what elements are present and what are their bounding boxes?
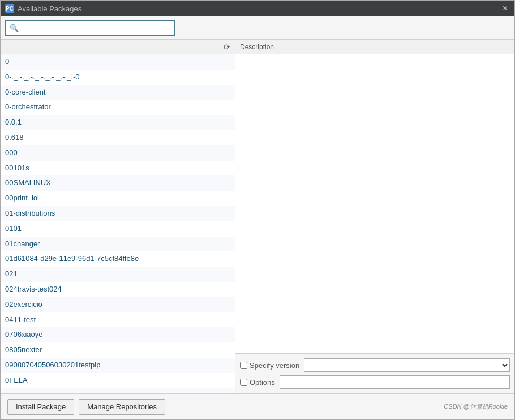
version-row: Specify version [240, 358, 510, 372]
package-item[interactable]: 0706xiaoye [1, 327, 235, 342]
bottom-buttons: Install Package Manage Repositories [7, 399, 165, 415]
package-item[interactable]: 0.0.1 [1, 115, 235, 130]
list-header: ⟳ [1, 40, 235, 54]
package-item[interactable]: 00SMALINUX [1, 175, 235, 191]
package-item[interactable]: 0411-test [1, 312, 235, 328]
install-package-button[interactable]: Install Package [7, 399, 74, 415]
package-item[interactable]: 0805nexter [1, 342, 235, 358]
package-item[interactable]: 00101s [1, 161, 235, 176]
package-item[interactable]: 000 [1, 145, 235, 161]
package-item[interactable]: 024travis-test024 [1, 282, 235, 297]
options-input[interactable] [280, 375, 510, 389]
search-input-wrapper: 🔍 [5, 20, 175, 36]
package-item[interactable]: 01d61084-d29e-11e9-96d1-7c5cf84ffe8e [1, 251, 235, 267]
specify-version-label: Specify version [240, 361, 299, 370]
description-header: Description [235, 40, 514, 54]
package-item[interactable]: 0.618 [1, 130, 235, 145]
refresh-button[interactable]: ⟳ [221, 41, 233, 53]
search-icon: 🔍 [10, 24, 19, 32]
options-row: Options [240, 375, 510, 389]
package-item[interactable]: 02exercicio [1, 297, 235, 312]
version-select[interactable] [304, 358, 510, 372]
package-item[interactable]: 0-core-client [1, 85, 235, 100]
package-item[interactable]: 0-._.-._.-._.-._.-._.-._.-0 [1, 70, 235, 85]
package-list: 00-._.-._.-._.-._.-._.-._.-00-core-clien… [1, 54, 235, 393]
main-content: ⟳ 00-._.-._.-._.-._.-._.-._.-00-core-cli… [1, 40, 514, 393]
app-icon: PC [5, 4, 14, 13]
dialog-title: Available Packages [18, 5, 81, 13]
package-item[interactable]: 01-distributions [1, 206, 235, 221]
title-bar: PC Available Packages × [1, 1, 514, 16]
package-item[interactable]: 0html [1, 388, 235, 393]
available-packages-dialog: PC Available Packages × 🔍 ⟳ 00-._.-._.-.… [0, 0, 515, 420]
package-item[interactable]: 00print_lol [1, 191, 235, 206]
description-content [235, 54, 514, 353]
package-item[interactable]: 0FELA [1, 373, 235, 388]
package-item[interactable]: 021 [1, 267, 235, 282]
watermark: CSDN @计算机Rookie [444, 402, 508, 411]
manage-repositories-button[interactable]: Manage Repositories [79, 399, 165, 415]
package-item[interactable]: 0-orchestrator [1, 100, 235, 115]
close-button[interactable]: × [500, 4, 510, 13]
package-item[interactable]: 0 [1, 54, 235, 70]
specify-version-checkbox[interactable] [240, 362, 247, 369]
package-item[interactable]: 01changer [1, 237, 235, 252]
left-panel: ⟳ 00-._.-._.-._.-._.-._.-._.-00-core-cli… [1, 40, 235, 393]
package-item[interactable]: 0101 [1, 221, 235, 237]
version-options-area: Specify version Options [235, 353, 514, 393]
options-checkbox[interactable] [240, 379, 247, 386]
search-bar: 🔍 [1, 16, 514, 40]
package-item[interactable]: 09080704050603020​1testpip [1, 358, 235, 373]
title-bar-left: PC Available Packages [5, 4, 81, 13]
options-label: Options [240, 378, 275, 387]
search-input[interactable] [21, 24, 170, 32]
right-panel: Description Specify version Options [235, 40, 514, 393]
bottom-bar: Install Package Manage Repositories CSDN… [1, 393, 514, 419]
